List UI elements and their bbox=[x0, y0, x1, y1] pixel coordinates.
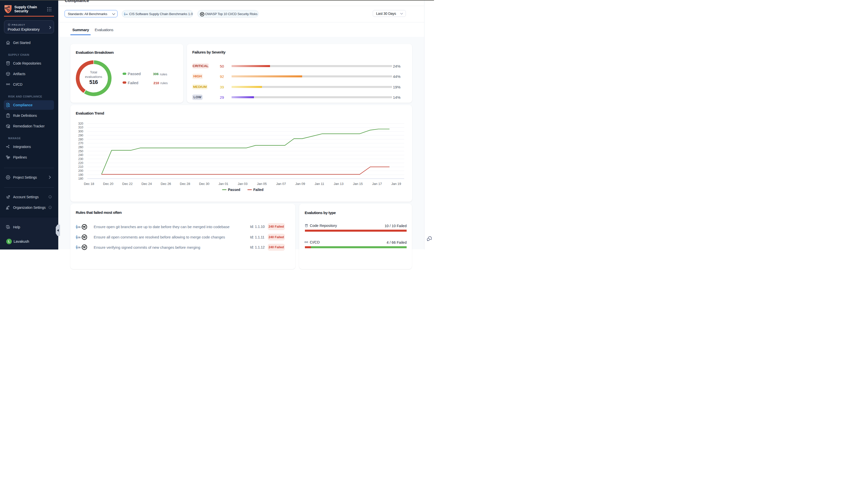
svg-text:Dec 30: Dec 30 bbox=[199, 182, 209, 186]
svg-text:290: 290 bbox=[78, 133, 83, 137]
svg-text:Jan 07: Jan 07 bbox=[276, 182, 286, 186]
svg-text:Jan 03: Jan 03 bbox=[238, 182, 247, 186]
svg-text:300: 300 bbox=[78, 130, 83, 133]
svg-text:270: 270 bbox=[78, 142, 83, 145]
svg-text:190: 190 bbox=[78, 173, 83, 177]
svg-text:Jan 15: Jan 15 bbox=[353, 182, 363, 186]
svg-text:260: 260 bbox=[78, 145, 83, 149]
svg-text:Dec 28: Dec 28 bbox=[180, 182, 190, 186]
svg-text:Jan 09: Jan 09 bbox=[295, 182, 305, 186]
svg-text:Jan 19: Jan 19 bbox=[391, 182, 401, 186]
svg-text:240: 240 bbox=[78, 153, 83, 157]
svg-text:Dec 26: Dec 26 bbox=[161, 182, 171, 186]
svg-text:Jan 01: Jan 01 bbox=[219, 182, 228, 186]
svg-text:Jan 11: Jan 11 bbox=[314, 182, 324, 186]
svg-text:180: 180 bbox=[78, 177, 83, 180]
svg-text:280: 280 bbox=[78, 137, 83, 141]
svg-text:Passed: Passed bbox=[228, 188, 240, 192]
svg-text:Jan 13: Jan 13 bbox=[334, 182, 343, 186]
svg-text:230: 230 bbox=[78, 157, 83, 161]
svg-text:220: 220 bbox=[78, 161, 83, 165]
svg-text:Dec 20: Dec 20 bbox=[103, 182, 113, 186]
svg-text:Dec 18: Dec 18 bbox=[84, 182, 94, 186]
svg-text:Jan 05: Jan 05 bbox=[257, 182, 266, 186]
svg-text:Jan 17: Jan 17 bbox=[372, 182, 382, 186]
svg-text:210: 210 bbox=[78, 165, 83, 169]
svg-text:Dec 22: Dec 22 bbox=[122, 182, 132, 186]
svg-text:310: 310 bbox=[78, 126, 83, 129]
svg-text:320: 320 bbox=[78, 122, 83, 125]
svg-text:250: 250 bbox=[78, 149, 83, 153]
svg-text:Dec 24: Dec 24 bbox=[141, 182, 152, 186]
svg-text:200: 200 bbox=[78, 169, 83, 173]
svg-text:Failed: Failed bbox=[253, 188, 263, 192]
